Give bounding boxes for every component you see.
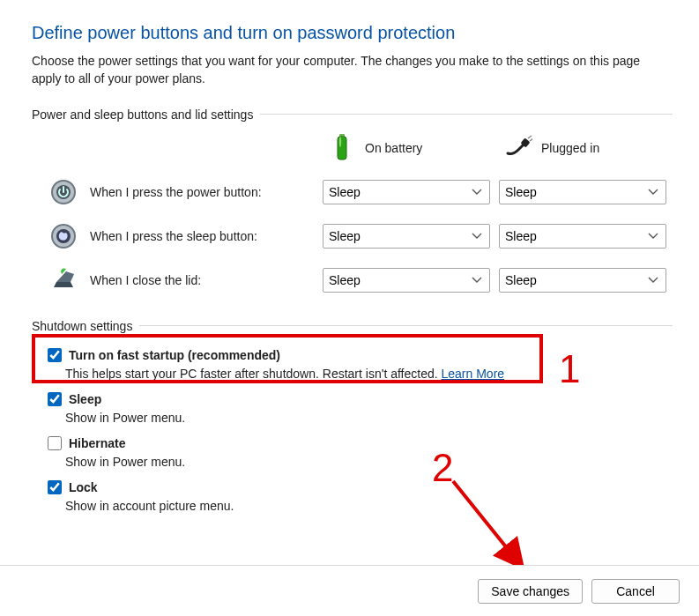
svg-point-3 <box>339 137 341 147</box>
battery-icon <box>328 134 356 162</box>
desc-sleep: Show in Power menu. <box>65 411 673 425</box>
divider <box>139 325 673 326</box>
sleep-button-on-battery-select[interactable]: Sleep <box>323 224 490 249</box>
divider <box>260 114 673 115</box>
legend-power-buttons: Power and sleep buttons and lid settings <box>32 108 260 122</box>
checkbox-sleep[interactable] <box>48 392 62 406</box>
label-fast-startup: Turn on fast startup (recommended) <box>69 348 280 362</box>
sleep-button-plugged-in-select[interactable]: Sleep <box>499 224 666 249</box>
button-bar: Save changes Cancel <box>0 565 699 616</box>
cancel-button[interactable]: Cancel <box>591 579 680 604</box>
sleep-button-icon <box>49 222 78 250</box>
lid-plugged-in-select[interactable]: Sleep <box>499 268 666 293</box>
checkbox-fast-startup[interactable] <box>48 348 62 362</box>
row-label-lid: When I close the lid: <box>90 273 201 287</box>
checkbox-hibernate[interactable] <box>48 436 62 450</box>
column-header-plugged: Plugged in <box>499 134 675 162</box>
row-label-sleep: When I press the sleep button: <box>90 229 257 243</box>
power-button-on-battery-select[interactable]: Sleep <box>323 180 490 204</box>
column-header-plugged-label: Plugged in <box>541 141 599 155</box>
desc-fast-startup: This helps start your PC faster after sh… <box>65 367 673 381</box>
power-button-icon <box>49 178 78 206</box>
svg-line-5 <box>528 136 532 138</box>
lid-on-battery-select[interactable]: Sleep <box>323 268 490 293</box>
learn-more-link[interactable]: Learn More <box>442 367 505 381</box>
save-changes-button[interactable]: Save changes <box>478 579 583 604</box>
column-header-battery-label: On battery <box>365 141 422 155</box>
svg-rect-0 <box>338 137 346 160</box>
legend-shutdown: Shutdown settings <box>32 319 139 333</box>
row-label-power: When I press the power button: <box>90 185 262 199</box>
label-lock: Lock <box>69 480 98 494</box>
checkbox-lock[interactable] <box>48 480 62 494</box>
intro-text: Choose the power settings that you want … <box>32 52 673 88</box>
power-button-plugged-in-select[interactable]: Sleep <box>499 180 666 204</box>
lid-icon <box>49 266 78 294</box>
svg-line-6 <box>530 138 532 141</box>
label-sleep: Sleep <box>69 392 101 406</box>
plug-icon <box>504 134 532 162</box>
desc-lock: Show in account picture menu. <box>65 499 673 513</box>
label-hibernate: Hibernate <box>69 436 126 450</box>
column-header-battery: On battery <box>323 134 499 162</box>
desc-hibernate: Show in Power menu. <box>65 455 673 469</box>
page-title: Define power buttons and turn on passwor… <box>32 23 673 43</box>
